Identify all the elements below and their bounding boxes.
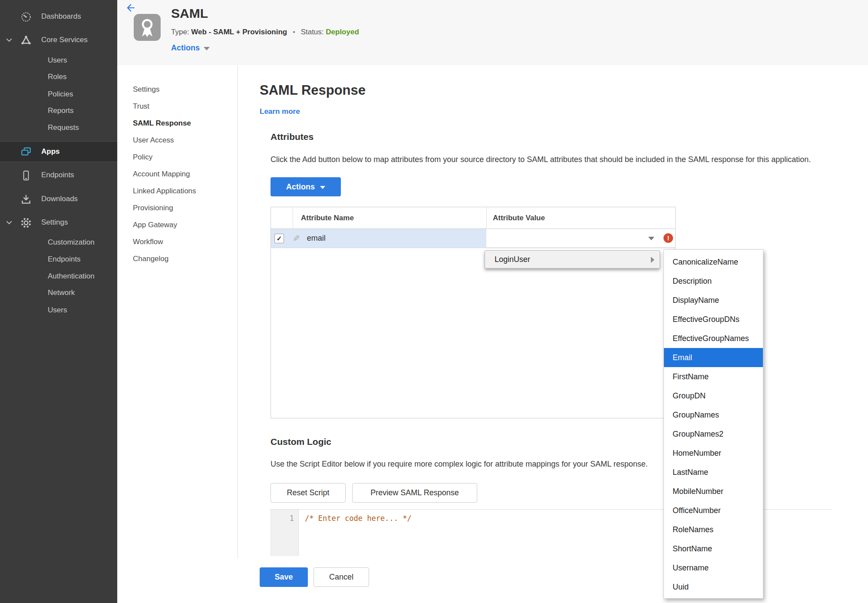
tab-user-access[interactable]: User Access	[133, 132, 233, 149]
table-row[interactable]: email	[271, 229, 675, 248]
save-button[interactable]: Save	[260, 567, 308, 587]
header-actions-label: Actions	[171, 43, 200, 53]
combobox-chevron-icon[interactable]	[648, 237, 654, 240]
validation-error-icon	[663, 233, 673, 243]
submenu-item-groupnames[interactable]: GroupNames	[664, 405, 763, 424]
sidebar-item-label: Endpoints	[48, 255, 81, 264]
sidebar-item-label: Authentication	[48, 272, 95, 281]
sidebar-item-apps[interactable]: Apps	[0, 141, 117, 162]
sidebar-item-settings-users[interactable]: Users	[0, 301, 117, 320]
row-checkbox[interactable]	[274, 234, 284, 243]
reset-script-label: Reset Script	[287, 488, 329, 497]
sidebar-item-label: Core Services	[41, 36, 88, 44]
reset-script-button[interactable]: Reset Script	[271, 483, 346, 503]
attribute-value-menu[interactable]: LoginUser	[485, 250, 660, 268]
sidebar-item-endpoints[interactable]: Endpoints	[0, 166, 117, 185]
preview-saml-response-label: Preview SAML Response	[370, 488, 459, 497]
attribute-name-cell[interactable]: email	[290, 229, 486, 248]
save-label: Save	[274, 573, 293, 582]
sidebar-item-label: Customization	[48, 238, 95, 247]
sidebar-item-label: Users	[48, 56, 67, 65]
submenu-item-groupnames2[interactable]: GroupNames2	[664, 424, 763, 444]
cancel-button[interactable]: Cancel	[314, 567, 369, 587]
sidebar-item-customization[interactable]: Customization	[0, 233, 117, 252]
tab-changelog[interactable]: Changelog	[133, 250, 233, 267]
edit-pencil-icon	[293, 233, 300, 244]
custom-logic-description: Use the Script Editor below if you requi…	[271, 460, 648, 469]
row-checkbox-cell	[271, 229, 290, 248]
line-number: 1	[290, 514, 294, 523]
gauge-icon	[20, 11, 32, 23]
attributes-description: Click the Add button below to map attrib…	[271, 155, 811, 164]
tab-account-mapping[interactable]: Account Mapping	[133, 166, 233, 182]
attributes-actions-button[interactable]: Actions	[271, 177, 341, 196]
sidebar-item-network[interactable]: Network	[0, 283, 117, 302]
page-title: SAML Response	[260, 83, 366, 98]
submenu-item-mobilenumber[interactable]: MobileNumber	[664, 482, 763, 501]
sidebar-item-label: Users	[48, 306, 67, 315]
type-label: Type:	[171, 28, 189, 36]
tab-policy[interactable]: Policy	[133, 149, 233, 166]
sidebar-item-dashboards[interactable]: Dashboards	[0, 7, 117, 26]
chevron-down-icon[interactable]	[5, 36, 13, 44]
submenu-item-firstname[interactable]: FirstName	[664, 367, 763, 386]
submenu-item-effectivegroupdns[interactable]: EffectiveGroupDNs	[664, 310, 763, 329]
submenu-item-username[interactable]: Username	[664, 558, 763, 577]
core-services-icon	[20, 34, 32, 46]
sidebar-item-label: Network	[48, 288, 75, 297]
tab-settings[interactable]: Settings	[133, 81, 233, 98]
learn-more-link[interactable]: Learn more	[260, 107, 300, 116]
attributes-table: Attribute Name Attribute Value email	[271, 207, 676, 418]
status-badge: Deployed	[326, 28, 359, 36]
attribute-name-header: Attribute Name	[293, 207, 486, 229]
sidebar-item-label: Apps	[41, 147, 60, 156]
cancel-label: Cancel	[329, 573, 353, 582]
app-ribbon-icon	[134, 14, 161, 41]
chevron-down-icon[interactable]	[5, 219, 13, 226]
app-config-nav: Settings Trust SAML Response User Access…	[133, 81, 233, 267]
submenu-item-lastname[interactable]: LastName	[664, 463, 763, 482]
submenu-item-homenumber[interactable]: HomeNumber	[664, 444, 763, 463]
sidebar-item-downloads[interactable]: Downloads	[0, 189, 117, 209]
back-arrow-icon[interactable]	[125, 2, 136, 13]
submenu-item-email[interactable]: Email	[664, 348, 763, 367]
submenu-item-shortname[interactable]: ShortName	[664, 539, 763, 558]
submenu-item-rolenames[interactable]: RoleNames	[664, 520, 763, 539]
tab-app-gateway[interactable]: App Gateway	[133, 216, 233, 233]
nav-content-divider	[238, 65, 238, 559]
submenu-item-canonicalizename[interactable]: CanonicalizeName	[664, 252, 763, 272]
sidebar-item-roles[interactable]: Roles	[0, 67, 117, 86]
table-header: Attribute Name Attribute Value	[271, 207, 675, 229]
sidebar-item-core-services[interactable]: Core Services	[0, 30, 117, 50]
attribute-value-combobox[interactable]	[486, 229, 675, 248]
tab-workflow[interactable]: Workflow	[133, 233, 233, 250]
editor-line-number-gutter: 1	[271, 510, 299, 556]
sidebar-item-settings[interactable]: Settings	[0, 213, 117, 232]
sidebar-item-reports[interactable]: Reports	[0, 101, 117, 120]
menu-item-loginuser[interactable]: LoginUser	[495, 255, 530, 264]
app-meta: Type: Web - SAML + Provisioning • Status…	[171, 28, 359, 36]
app-header: SAML Type: Web - SAML + Provisioning • S…	[117, 0, 868, 65]
sidebar-item-label: Settings	[41, 218, 68, 227]
attribute-name-value: email	[307, 234, 326, 243]
device-icon	[20, 169, 32, 182]
sidebar: Dashboards Core Services Users Roles	[0, 0, 117, 603]
submenu-item-officenumber[interactable]: OfficeNumber	[664, 501, 763, 520]
custom-logic-heading: Custom Logic	[271, 437, 331, 447]
attributes-actions-label: Actions	[286, 182, 315, 192]
submenu-item-groupdn[interactable]: GroupDN	[664, 386, 763, 405]
sidebar-item-settings-endpoints[interactable]: Endpoints	[0, 250, 117, 269]
tab-trust[interactable]: Trust	[133, 98, 233, 115]
preview-saml-response-button[interactable]: Preview SAML Response	[352, 483, 477, 503]
submenu-item-description[interactable]: Description	[664, 272, 763, 291]
submenu-item-displayname[interactable]: DisplayName	[664, 291, 763, 310]
submenu-item-uuid[interactable]: Uuid	[664, 577, 763, 596]
header-actions-dropdown[interactable]: Actions	[171, 43, 210, 53]
tab-linked-applications[interactable]: Linked Applications	[133, 182, 233, 199]
sidebar-item-label: Endpoints	[41, 171, 74, 179]
app-window: Dashboards Core Services Users Roles	[0, 0, 868, 603]
submenu-item-effectivegroupnames[interactable]: EffectiveGroupNames	[664, 329, 763, 348]
tab-saml-response[interactable]: SAML Response	[133, 115, 233, 132]
sidebar-item-requests[interactable]: Requests	[0, 118, 117, 137]
tab-provisioning[interactable]: Provisioning	[133, 199, 233, 216]
